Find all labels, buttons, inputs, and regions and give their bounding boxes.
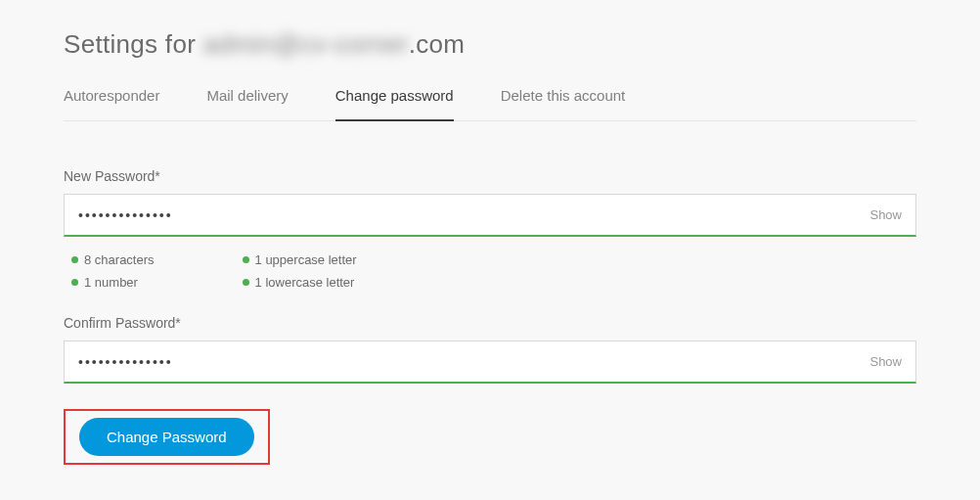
password-requirements: 8 characters 1 number 1 uppercase letter… (71, 252, 916, 290)
tab-autoresponder[interactable]: Autoresponder (64, 87, 159, 120)
check-dot-icon (71, 256, 78, 263)
req-lowercase-label: 1 lowercase letter (255, 275, 355, 290)
tab-change-password[interactable]: Change password (335, 87, 454, 121)
tab-delete-account[interactable]: Delete this account (501, 87, 626, 120)
check-dot-icon (243, 256, 249, 263)
highlight-box: Change Password (64, 409, 270, 465)
title-email-blurred: admin@cv-corner (203, 29, 409, 60)
tab-bar: Autoresponder Mail delivery Change passw… (64, 87, 916, 121)
page-title: Settings for admin@cv-corner.com (64, 29, 916, 60)
new-password-show-toggle[interactable]: Show (856, 207, 915, 222)
confirm-password-field-group: Confirm Password* Show (64, 315, 916, 384)
req-lowercase: 1 lowercase letter (243, 275, 357, 290)
confirm-password-input[interactable] (65, 341, 856, 382)
new-password-field-group: New Password* Show (64, 168, 916, 237)
check-dot-icon (243, 279, 249, 286)
confirm-password-input-wrapper: Show (64, 341, 916, 384)
new-password-label: New Password* (64, 168, 916, 184)
req-uppercase: 1 uppercase letter (243, 252, 357, 267)
tab-mail-delivery[interactable]: Mail delivery (206, 87, 288, 120)
req-uppercase-label: 1 uppercase letter (255, 252, 357, 267)
new-password-input-wrapper: Show (64, 194, 916, 237)
confirm-password-label: Confirm Password* (64, 315, 916, 331)
title-prefix: Settings for (64, 29, 203, 59)
new-password-input[interactable] (65, 195, 856, 235)
check-dot-icon (71, 279, 78, 286)
req-characters-label: 8 characters (84, 252, 155, 267)
change-password-button[interactable]: Change Password (79, 418, 254, 456)
req-number-label: 1 number (84, 275, 138, 290)
req-characters: 8 characters (71, 252, 155, 267)
req-number: 1 number (71, 275, 155, 290)
title-suffix: .com (409, 29, 466, 59)
confirm-password-show-toggle[interactable]: Show (856, 354, 915, 369)
